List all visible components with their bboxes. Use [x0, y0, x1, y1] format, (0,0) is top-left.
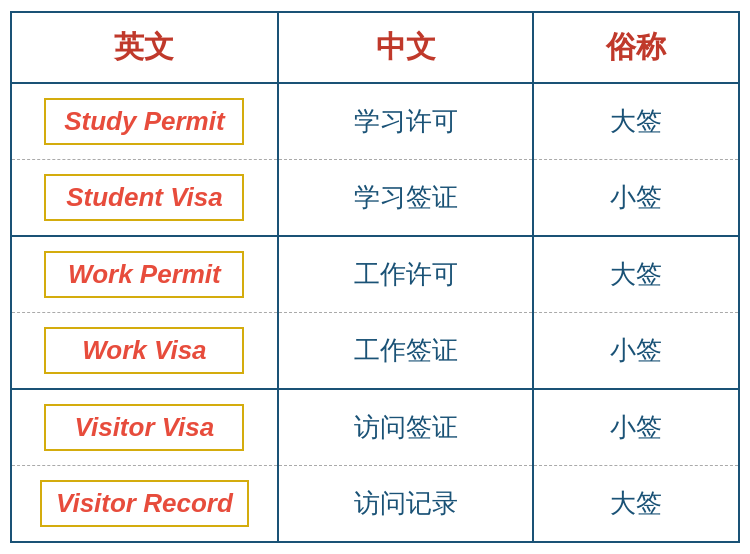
- slang-cell: 大签: [533, 466, 738, 542]
- english-cell: Work Permit: [12, 236, 278, 313]
- table-row: Visitor Visa访问签证小签: [12, 389, 738, 466]
- english-term: Student Visa: [44, 174, 244, 221]
- english-cell: Work Visa: [12, 313, 278, 390]
- chinese-cell: 学习许可: [278, 83, 534, 160]
- chinese-cell: 工作签证: [278, 313, 534, 390]
- table-row: Visitor Record访问记录大签: [12, 466, 738, 542]
- table-row: Study Permit学习许可大签: [12, 83, 738, 160]
- english-cell: Visitor Visa: [12, 389, 278, 466]
- header-slang: 俗称: [533, 13, 738, 83]
- main-table-container: 英文 中文 俗称 Study Permit学习许可大签Student Visa学…: [10, 11, 740, 543]
- header-chinese: 中文: [278, 13, 534, 83]
- table-row: Work Visa工作签证小签: [12, 313, 738, 390]
- slang-cell: 小签: [533, 313, 738, 390]
- chinese-cell: 工作许可: [278, 236, 534, 313]
- slang-cell: 小签: [533, 389, 738, 466]
- chinese-cell: 访问记录: [278, 466, 534, 542]
- chinese-cell: 学习签证: [278, 160, 534, 237]
- slang-cell: 小签: [533, 160, 738, 237]
- table-row: Student Visa学习签证小签: [12, 160, 738, 237]
- english-term: Visitor Record: [40, 480, 249, 527]
- english-term: Work Permit: [44, 251, 244, 298]
- header-row: 英文 中文 俗称: [12, 13, 738, 83]
- english-cell: Student Visa: [12, 160, 278, 237]
- english-cell: Study Permit: [12, 83, 278, 160]
- chinese-cell: 访问签证: [278, 389, 534, 466]
- english-term: Work Visa: [44, 327, 244, 374]
- header-english: 英文: [12, 13, 278, 83]
- english-cell: Visitor Record: [12, 466, 278, 542]
- visa-table: 英文 中文 俗称 Study Permit学习许可大签Student Visa学…: [12, 13, 738, 541]
- english-term: Visitor Visa: [44, 404, 244, 451]
- slang-cell: 大签: [533, 236, 738, 313]
- english-term: Study Permit: [44, 98, 244, 145]
- table-row: Work Permit工作许可大签: [12, 236, 738, 313]
- slang-cell: 大签: [533, 83, 738, 160]
